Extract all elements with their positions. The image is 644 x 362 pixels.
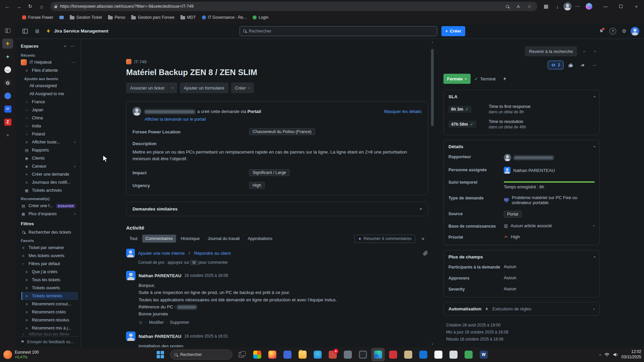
collapse-sidebar-icon[interactable] (20, 26, 30, 36)
taskbar-app-firefox[interactable] (266, 348, 279, 361)
summarize-comments-button[interactable]: ✦Résumer 4 commentaires (354, 235, 415, 243)
taskbar-app-file-explorer[interactable] (296, 348, 309, 361)
sidebar-item-all-assigned-to-me[interactable]: All Assigned to me (27, 90, 78, 98)
view-on-portal-link[interactable]: Afficher la demande sur le portail (145, 117, 206, 122)
url-bar[interactable]: https://forseepower.atlassian.net/issues… (50, 2, 537, 11)
taskbar-clock[interactable]: 12:02 03/11/2025 (622, 349, 641, 360)
scroll-up-icon[interactable]: ▲ (431, 41, 434, 43)
favorite-star-icon[interactable]: ☆ (525, 2, 533, 10)
task-view-button[interactable] (235, 348, 249, 361)
tab-journal-du-travail[interactable]: Journal du travail (204, 235, 243, 243)
settings-gear-icon[interactable]: ⚙ (619, 26, 629, 36)
comment-author-avatar[interactable] (126, 271, 136, 280)
sidebar-item-it-helpdesk[interactable]: IT Helpdesk⋯ (18, 58, 78, 66)
taskbar-app-red[interactable] (386, 348, 400, 361)
taskbar-app-word[interactable]: W (477, 348, 490, 361)
taskbar-app-steam[interactable] (341, 348, 355, 361)
user-avatar[interactable] (631, 27, 639, 36)
minimize-button[interactable]: — (598, 0, 613, 13)
search-in-sidebar-icon[interactable] (503, 2, 511, 10)
priority-value[interactable]: High (504, 234, 595, 239)
sidebar-item-rechercher-tickets[interactable]: Rechercher des tickets (18, 228, 78, 236)
issue-title[interactable]: Matériel Backup ZEN 8 / ZEN SLIM (126, 68, 428, 77)
bookmark-it-governance[interactable]: IT Governance - Re... (199, 14, 249, 21)
jira-brand[interactable]: Jira Service Management (46, 28, 108, 34)
watchers-button[interactable]: 2 (548, 61, 564, 69)
start-button[interactable] (154, 348, 167, 361)
volume-icon[interactable] (613, 353, 618, 357)
share-icon[interactable] (578, 60, 588, 70)
sidebar-item-files-attente[interactable]: ≡Files d’attente (21, 66, 78, 74)
time-tracking-value[interactable]: Temps enregistré : 6h (504, 179, 595, 189)
comment-author[interactable]: Nathan PARENTEAU (139, 334, 181, 339)
tab-historique[interactable]: Historique (177, 235, 203, 243)
weather-stocks-widget[interactable]: Euronext 100 +0,47% (3, 350, 39, 359)
knowledge-base-value[interactable]: ▥ Aucun article associé › (504, 223, 595, 228)
global-search-input[interactable] (249, 28, 434, 34)
help-icon[interactable]: ? (608, 26, 618, 36)
sidebar-item-recemment-resolus[interactable]: ≡Récemment résolus (21, 316, 78, 324)
sidebar-item-show-all-queues[interactable]: ≡Afficher toute...› (21, 138, 78, 146)
comment-author-avatar[interactable] (126, 331, 136, 341)
create-button[interactable]: + Créer (441, 26, 466, 36)
tab-tout[interactable]: Tout (126, 235, 141, 243)
notifications-icon[interactable] (596, 26, 606, 36)
sidebar-item-recemment-crees[interactable]: ≡Récemment créés (21, 308, 78, 316)
sidebar-item-canaux[interactable]: ◈Canaux› (21, 162, 78, 170)
extensions-icon[interactable]: ▦ (541, 1, 551, 11)
tab-google[interactable]: G (2, 78, 13, 88)
sidebar-item-china[interactable]: ›China (21, 114, 78, 122)
read-aloud-icon[interactable]: A (514, 2, 522, 10)
breadcrumb[interactable]: IT-749 (126, 59, 428, 64)
taskbar-app-green[interactable] (462, 348, 475, 361)
more-icon[interactable]: ⋯ (71, 60, 75, 65)
more-actions-icon[interactable]: ⋯ (590, 60, 600, 70)
sidebar-item-journaux-notifications[interactable]: ≡Journaux des notifi... (21, 178, 78, 186)
sidebar-item-que-jai-crees[interactable]: ≡Que j’ai créés (21, 268, 78, 276)
app-switcher-icon[interactable]: ⊞ (32, 26, 42, 36)
source-value[interactable]: Portal (504, 211, 522, 218)
sidebar-group-filtres-par-defaut[interactable]: ›Filtres par défaut (18, 260, 78, 268)
tab-approbations[interactable]: Approbations (244, 235, 276, 243)
browser-profile-avatar[interactable] (564, 2, 572, 10)
forward-icon[interactable]: → (13, 1, 24, 11)
link-issue-button[interactable]: Associer un ticket (126, 82, 168, 93)
sidebar-item-clients[interactable]: ◉Clients (21, 154, 78, 162)
taskbar-app-u[interactable]: U (432, 348, 445, 361)
field-value-location[interactable]: Chasseneuil du Poitou (France) (249, 128, 315, 135)
sidebar-item-tous-les-tickets[interactable]: ≡Tous les tickets (21, 276, 78, 284)
content-scrollbar[interactable]: ▲ ▼ (431, 41, 434, 345)
sidebar-item-mes-tickets-ouverts[interactable]: ≡Mes tickets ouverts (18, 252, 78, 260)
next-issue-icon[interactable]: › (590, 47, 600, 56)
sla-header[interactable]: SLA › (444, 90, 599, 103)
spaces-more-icon[interactable]: ⋯ (69, 43, 75, 49)
taskbar-search[interactable]: Rechercher (170, 350, 232, 360)
refresh-icon[interactable]: ↻ (25, 1, 36, 11)
tray-hidden-icons-chevron[interactable]: › (599, 352, 601, 357)
tab-chat[interactable]: … (2, 65, 13, 75)
tab-jira-active[interactable] (2, 39, 13, 49)
hide-details-link[interactable]: Masquer les détails (384, 109, 422, 114)
taskbar-app-outlook[interactable] (417, 348, 430, 361)
browser-menu-icon[interactable]: ⋯ (572, 1, 583, 11)
wifi-icon[interactable] (604, 353, 609, 357)
bookmark-login[interactable]: Login (250, 14, 271, 21)
taskbar-app-teams[interactable] (281, 348, 294, 361)
status-dropdown[interactable]: Fermée › (443, 74, 471, 84)
approvers-value[interactable]: Aucun (504, 275, 595, 280)
feedback-link[interactable]: ⚑Envoyer du feedback su... (18, 336, 78, 347)
sidebar-item-afficher-tous-filtres[interactable]: ≡Afficher tous les filtres (18, 332, 78, 336)
scrollbar-thumb[interactable] (431, 49, 434, 126)
sidebar-item-tickets-archives[interactable]: ▦Tickets archivés (21, 186, 78, 194)
request-type-value[interactable]: Problème matériel sur PC Fixe ou ordinat… (504, 195, 595, 205)
sidebar-item-plus-espaces[interactable]: ▦Plus d’espaces› (18, 210, 78, 218)
copilot-icon[interactable] (584, 1, 594, 11)
taskbar-app-dark-ring[interactable] (356, 348, 370, 361)
link-issue-caret[interactable]: › (168, 82, 177, 93)
assignee-value[interactable]: Nathan PARENTEAU (504, 167, 595, 174)
sidebar-item-recemment-mis-a-jour[interactable]: ≡Récemment mis à j... (21, 324, 78, 332)
scroll-down-icon[interactable]: ▼ (431, 343, 434, 345)
bookmark-forsee-power[interactable]: Forsee Power (19, 14, 56, 21)
edit-comment-link[interactable]: Modifier (149, 320, 164, 325)
home-icon[interactable]: ⌂ (36, 1, 47, 11)
